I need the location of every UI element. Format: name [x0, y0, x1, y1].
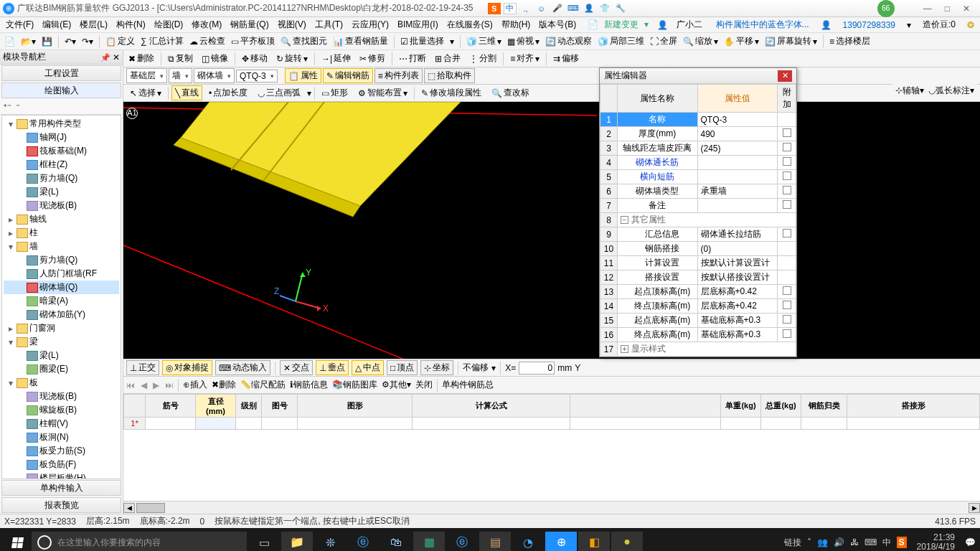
nav-next-icon[interactable]: ▶: [153, 380, 159, 390]
menu-floor[interactable]: 楼层(L): [77, 17, 110, 32]
tree-item[interactable]: ▸轴线: [4, 212, 119, 226]
vertex-snap[interactable]: □顶点: [387, 360, 418, 375]
arc-3pt-tool[interactable]: ◡三点画弧: [254, 85, 304, 100]
tray-ime-zh[interactable]: 中: [882, 537, 891, 549]
col-diameter[interactable]: 直径(mm): [196, 395, 236, 418]
offset-mode[interactable]: 不偏移: [463, 362, 489, 374]
tree-item[interactable]: ▸柱: [4, 226, 119, 240]
taskbar-explorer-icon[interactable]: 📁: [281, 532, 313, 551]
taskbar-ggj-icon[interactable]: ⊕: [545, 532, 577, 551]
property-row[interactable]: 11计算设置按默认计算设置计: [600, 256, 796, 270]
rebar-hscroll[interactable]: ◀ ▶: [123, 501, 980, 514]
ime-punct-icon[interactable]: .,: [519, 3, 532, 14]
tree-item[interactable]: 圈梁(E): [4, 362, 119, 376]
property-row[interactable]: 16终点底标高(m)基础底标高+0.3: [600, 328, 796, 342]
ime-skin-icon[interactable]: 👕: [598, 3, 611, 14]
tree-item[interactable]: ▾墙: [4, 240, 119, 253]
col-shape[interactable]: 图形: [298, 395, 413, 418]
pin-icon[interactable]: 📌: [100, 53, 110, 62]
property-row[interactable]: 3轴线距左墙皮距离(245): [600, 141, 796, 156]
menu-file[interactable]: 文件(F): [3, 17, 37, 32]
taskbar-excel-icon[interactable]: ▦: [413, 532, 445, 551]
row-1-num[interactable]: 1*: [124, 418, 146, 430]
zoom-button[interactable]: 🔍缩放▾: [682, 34, 720, 48]
rect-tool[interactable]: ▭矩形: [318, 85, 352, 100]
menu-bim[interactable]: BIM应用(I): [395, 17, 441, 32]
tray-people-icon[interactable]: 👥: [817, 537, 828, 547]
taskbar-store-icon[interactable]: 🛍: [380, 532, 412, 551]
cloud-check-button[interactable]: ☁云检查: [188, 34, 227, 48]
tree-item[interactable]: 现浇板(B): [4, 390, 119, 403]
edit-rebar-button[interactable]: ✎编辑钢筋: [323, 68, 373, 83]
ime-lang-icon[interactable]: 中: [504, 3, 517, 14]
menu-cloud[interactable]: 云应用(Y): [349, 17, 392, 32]
section-project[interactable]: 工程设置: [1, 65, 121, 81]
property-row[interactable]: 13起点顶标高(m)层底标高+0.42: [600, 285, 796, 299]
move-button[interactable]: ✥移动: [240, 52, 270, 65]
extend-button[interactable]: →|延伸: [319, 52, 353, 65]
ortho-toggle[interactable]: ⊥正交: [126, 360, 159, 375]
property-row[interactable]: 14终点顶标高(m)层底标高+0.42: [600, 299, 796, 314]
start-button[interactable]: [4, 532, 30, 551]
rotate-screen-button[interactable]: 🔄屏幕旋转▾: [763, 34, 819, 48]
col-fig-no[interactable]: 图号: [262, 395, 298, 418]
category-combo[interactable]: 墙: [169, 68, 192, 83]
col-bar-no[interactable]: 筋号: [146, 395, 196, 418]
col-formula[interactable]: 计算公式: [413, 395, 570, 418]
tree-item[interactable]: 板负筋(F): [4, 458, 119, 471]
scroll-thumb[interactable]: [136, 503, 165, 513]
tree-item[interactable]: 人防门框墙(RF: [4, 267, 119, 281]
tree-item[interactable]: ▾常用构件类型: [4, 117, 119, 131]
item-combo[interactable]: QTQ-3: [236, 70, 278, 83]
tree-item[interactable]: ▾梁: [4, 335, 119, 349]
tray-sogou-icon[interactable]: S: [897, 537, 907, 548]
taskbar-app1-icon[interactable]: ❊: [314, 532, 346, 551]
delete-button[interactable]: ✖删除: [126, 52, 156, 65]
nav-close-icon[interactable]: ✕: [113, 52, 120, 62]
taskbar-app3-icon[interactable]: ◧: [578, 532, 610, 551]
menu-note[interactable]: 构件属性中的蓝色字体...: [713, 17, 812, 32]
sum-calc-button[interactable]: ∑ 汇总计算: [139, 34, 185, 48]
perpendicular-snap[interactable]: ⊥垂点: [316, 360, 349, 375]
tray-volume-icon[interactable]: 🔊: [834, 537, 844, 547]
dropdown-icon[interactable]: ▾: [448, 36, 456, 47]
taskbar-search[interactable]: 在这里输入你要搜索的内容: [32, 532, 247, 551]
rotate-button[interactable]: ↻旋转▾: [274, 52, 310, 65]
find-element-button[interactable]: 🔍查找图元: [279, 34, 329, 48]
rebar-library-button[interactable]: 📚钢筋图库: [332, 379, 377, 391]
select-floor-button[interactable]: ≡选择楼层: [828, 34, 872, 48]
property-row[interactable]: 15起点底标高(m)基础底标高+0.3: [600, 314, 796, 328]
menu-help[interactable]: 帮助(H): [499, 17, 534, 32]
rebar-scale-button[interactable]: 📏缩尺配筋: [240, 379, 286, 391]
menu-tool[interactable]: 工具(T): [312, 17, 346, 32]
col-blank[interactable]: [570, 395, 721, 418]
col-total-weight[interactable]: 总重(kg): [761, 395, 801, 418]
menu-modify[interactable]: 修改(M): [189, 17, 225, 32]
tree-item[interactable]: 楼层板带(H): [4, 471, 119, 479]
tree-item[interactable]: 砌体加筋(Y): [4, 308, 119, 321]
section-single[interactable]: 单构件输入: [1, 480, 121, 496]
tray-chevron-icon[interactable]: ˄: [807, 537, 811, 547]
tree-item[interactable]: 梁(L): [4, 185, 119, 199]
tree-item[interactable]: ▾板: [4, 376, 119, 390]
point-length-tool[interactable]: •点加长度: [205, 85, 251, 100]
property-row[interactable]: 8−其它属性: [600, 213, 796, 227]
taskbar-qq-icon[interactable]: ◔: [512, 532, 544, 551]
taskbar-ie-icon[interactable]: ⓔ: [446, 532, 478, 551]
open-file-button[interactable]: 📂▾: [19, 36, 37, 47]
align-button[interactable]: ≡对齐▾: [508, 52, 542, 65]
tree-item[interactable]: 砌体墙(Q): [4, 281, 119, 294]
minimize-button[interactable]: —: [923, 4, 932, 14]
menu-user[interactable]: 广小二: [674, 17, 705, 32]
property-row[interactable]: 17+显示样式: [600, 342, 796, 357]
tree-collapse-icon[interactable]: ⁻: [16, 102, 20, 112]
arc-dim-button[interactable]: ◡弧长标注▾: [928, 85, 974, 97]
tree-item[interactable]: 现浇板(B): [4, 199, 119, 212]
select-tool[interactable]: ↖选择▾: [126, 85, 165, 100]
fullscreen-button[interactable]: ⛶全屏: [649, 34, 679, 48]
pick-component-button[interactable]: ⬚拾取构件: [424, 68, 475, 83]
tree-item[interactable]: 筏板基础(M): [4, 144, 119, 158]
tree-item[interactable]: 柱帽(V): [4, 417, 119, 430]
ime-tool-icon[interactable]: 🔧: [614, 3, 627, 14]
define-button[interactable]: 📋定义: [104, 34, 136, 48]
